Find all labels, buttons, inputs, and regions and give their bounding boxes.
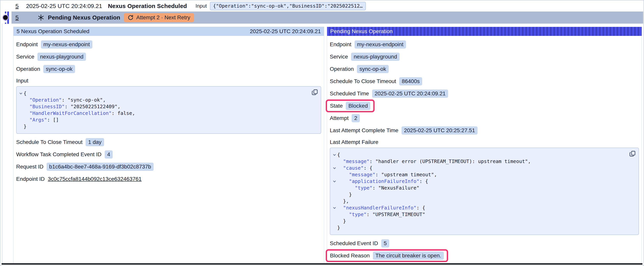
field-label: State xyxy=(330,103,343,109)
json-line: } xyxy=(332,224,635,231)
json-line: "Operation": "sync-op-ok", xyxy=(19,97,317,103)
endpoint-id-row: Endpoint ID 3c0c75ccfa8144b092c13ce63246… xyxy=(16,175,321,183)
field-label: Scheduled Time xyxy=(330,91,369,97)
collapse-chevron-icon[interactable] xyxy=(333,180,336,182)
pending-event-title: Pending Nexus Operation xyxy=(48,14,120,21)
event-title: Nexus Operation Scheduled xyxy=(108,3,187,9)
field-row: Endpoint my-nexus-endpoint xyxy=(16,40,321,49)
field-row: Last Attempt Complete Time 2025-02-25 UT… xyxy=(330,126,639,135)
json-line: "applicationFailureInfo": { xyxy=(332,178,635,185)
input-preview-chip[interactable]: {"Operation":"sync-op-ok","BusinessID":"… xyxy=(210,2,366,10)
state-highlight-box: State Blocked xyxy=(326,99,375,112)
field-label: Blocked Reason xyxy=(330,252,370,259)
field-label: Request ID xyxy=(16,164,44,170)
field-value-chip: my-nexus-endpoint xyxy=(41,40,92,49)
json-line: }, xyxy=(332,198,635,205)
scheduled-event-id-row: Scheduled Event ID 5 xyxy=(330,239,639,247)
field-value-chip: sync-op-ok xyxy=(43,65,75,73)
pending-operation-panel-header: Pending Nexus Operation xyxy=(327,27,642,36)
json-line: "Args": [] xyxy=(19,117,317,123)
field-row: Operation sync-op-ok xyxy=(330,65,639,73)
collapse-chevron-icon[interactable] xyxy=(333,206,336,209)
field-value-chip: b1c6a4bc-8ee7-468a-9169-df3b02c8737b xyxy=(46,163,154,171)
json-line: } xyxy=(332,191,635,198)
json-viewer: { "Operation": "sync-op-ok", "BusinessID… xyxy=(19,90,317,130)
panel-bottom-border xyxy=(2,263,642,265)
field-label: Endpoint xyxy=(330,41,352,48)
field-row: Schedule To Close Timeout 86400s xyxy=(330,77,639,85)
field-row: Request ID b1c6a4bc-8ee7-468a-9169-df3b0… xyxy=(16,163,321,171)
field-row: Service nexus-playground xyxy=(16,53,321,61)
pending-operation-asterisk-icon xyxy=(38,14,44,21)
panel-title: 5 Nexus Operation Scheduled xyxy=(16,28,90,35)
field-label: Service xyxy=(16,54,34,60)
field-label: Operation xyxy=(16,66,40,72)
field-row: Operation sync-op-ok xyxy=(16,65,321,73)
field-label: Last Attempt Complete Time xyxy=(330,127,398,134)
json-line: "cause": { xyxy=(332,165,635,171)
json-line: { xyxy=(332,152,635,158)
input-json-block: { "Operation": "sync-op-ok", "BusinessID… xyxy=(16,86,321,134)
event-timestamp: 2025-02-25 UTC 20:24:09.21 xyxy=(26,3,102,9)
json-line: } xyxy=(19,123,317,130)
field-row: Schedule To Close Timeout 1 day xyxy=(16,138,321,146)
json-line: "HandlerWaitForCancellation": false, xyxy=(19,110,317,117)
field-label: Service xyxy=(330,54,348,60)
field-label: Schedule To Close Timeout xyxy=(16,139,82,145)
json-line: "message": "handler error (UPSTREAM_TIME… xyxy=(332,158,635,165)
pending-event-id-link[interactable]: 5 xyxy=(16,14,19,21)
field-value-chip: nexus-playground xyxy=(351,53,400,61)
field-value-chip: 1 day xyxy=(86,138,104,146)
field-value-chip: 5 xyxy=(381,239,390,247)
json-line: "nexusHandlerFailureInfo": { xyxy=(332,205,635,211)
field-value-chip: 86400s xyxy=(399,77,422,85)
field-row: Workflow Task Completed Event ID 4 xyxy=(16,150,321,159)
field-label: Scheduled Event ID xyxy=(330,240,378,246)
failure-section-label: Last Attempt Failure xyxy=(330,139,639,146)
field-label: Endpoint ID xyxy=(16,176,45,182)
panel-timestamp: 2025-02-25 UTC 20:24:09.21 xyxy=(250,28,321,35)
input-label: Input xyxy=(196,3,207,9)
collapse-chevron-icon[interactable] xyxy=(333,166,336,169)
scheduled-event-panel-header: 5 Nexus Operation Scheduled 2025-02-25 U… xyxy=(14,27,324,36)
json-line: "type": "NexusFailure" xyxy=(332,185,635,191)
field-label: Attempt xyxy=(330,115,348,121)
event-row-scheduled[interactable]: 5 2025-02-25 UTC 20:24:09.21 Nexus Opera… xyxy=(0,1,644,12)
field-label: Endpoint xyxy=(16,41,38,48)
json-line: { xyxy=(19,90,317,97)
field-value-chip: 2025-02-25 UTC 20:25:27.51 xyxy=(402,126,478,135)
blocked-reason-highlight-box: Blocked Reason The circuit breaker is op… xyxy=(326,249,448,262)
field-label: Operation xyxy=(330,66,354,72)
endpoint-id-link[interactable]: 3c0c75ccfa8144b092c13ce632463761 xyxy=(48,176,142,182)
field-value-chip: 2025-02-25 UTC 20:24:09.21 xyxy=(372,90,448,98)
event-id-link[interactable]: 5 xyxy=(16,3,19,9)
json-line: "BusinessID": "20250225122409", xyxy=(19,103,317,110)
blocked-reason-chip: The circuit breaker is open. xyxy=(373,251,444,260)
state-row-wrapper: State Blocked xyxy=(330,102,639,110)
collapse-chevron-icon[interactable] xyxy=(20,92,22,94)
json-line: "message": "upstream timeout", xyxy=(332,171,635,178)
field-value-chip: 4 xyxy=(105,150,113,159)
scheduled-event-panel: 5 Nexus Operation Scheduled 2025-02-25 U… xyxy=(13,27,324,263)
field-value-chip: my-nexus-endpoint xyxy=(354,40,406,49)
retry-icon xyxy=(128,15,134,21)
json-line: "type": "UPSTREAM_TIMEOUT" xyxy=(332,211,635,218)
json-viewer: { "message": "handler error (UPSTREAM_TI… xyxy=(332,152,635,231)
state-value-chip: Blocked xyxy=(346,102,370,110)
field-value-chip: 2 xyxy=(352,114,360,122)
detail-area-left-border xyxy=(2,24,2,263)
field-value-chip: nexus-playground xyxy=(38,53,86,61)
blocked-reason-row-wrapper: Blocked Reason The circuit breaker is op… xyxy=(330,251,639,260)
collapse-chevron-icon[interactable] xyxy=(333,153,336,156)
field-row: Endpoint my-nexus-endpoint xyxy=(330,40,639,49)
json-line: } xyxy=(332,218,635,224)
input-section-label: Input xyxy=(16,77,321,84)
copy-button[interactable] xyxy=(629,150,636,157)
field-row: Scheduled Time 2025-02-25 UTC 20:24:09.2… xyxy=(330,90,639,98)
attempt-retry-badge: Attempt 2 · Next Retry xyxy=(124,13,194,22)
event-row-pending[interactable]: 5 Pending Nexus Operation Attempt 2 · Ne… xyxy=(12,12,643,24)
workflow-history-view: 5 2025-02-25 UTC 20:24:09.21 Nexus Opera… xyxy=(0,0,644,266)
failure-json-block: { "message": "handler error (UPSTREAM_TI… xyxy=(330,148,639,235)
copy-button[interactable] xyxy=(312,89,318,96)
pending-operation-panel: Pending Nexus Operation Endpoint my-nexu… xyxy=(327,27,642,263)
